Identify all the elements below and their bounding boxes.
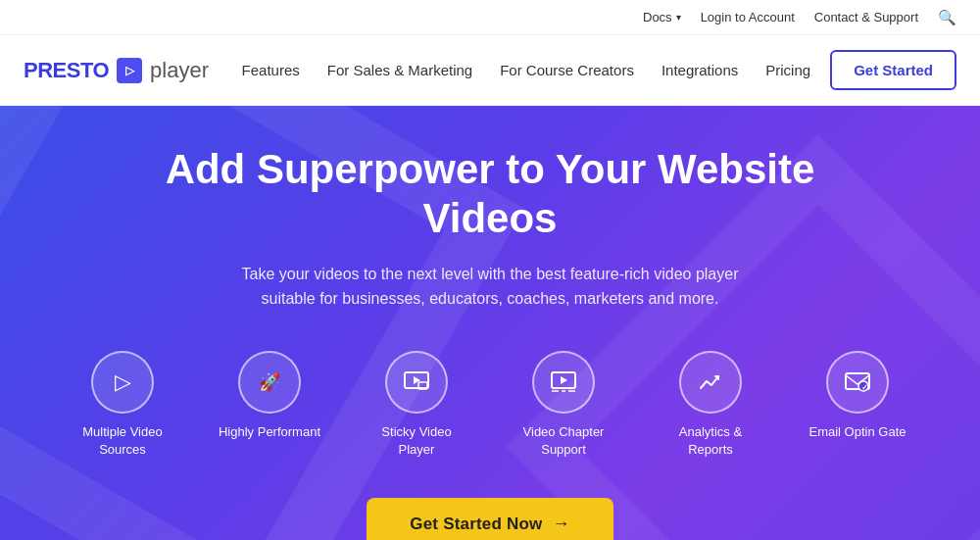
search-icon[interactable]: 🔍 (938, 9, 956, 26)
features-row: ▷ Multiple Video Sources 🚀 Highly Perfor… (69, 351, 911, 459)
cta-arrow-icon: → (553, 514, 570, 534)
feature-analytics-label: Analytics & Reports (657, 423, 764, 459)
logo[interactable]: PRESTO ▷ player (24, 58, 209, 83)
docs-chevron-icon: ▾ (676, 12, 681, 23)
rocket-icon: 🚀 (238, 351, 301, 414)
cta-label: Get Started Now (410, 515, 542, 534)
hero-cta-button[interactable]: Get Started Now → (367, 498, 612, 540)
contact-link[interactable]: Contact & Support (814, 10, 918, 25)
docs-label: Docs (643, 10, 672, 25)
nav-links: Features For Sales & Marketing For Cours… (242, 62, 811, 79)
feature-sticky-player: Sticky Video Player (363, 351, 470, 459)
svg-text:✓: ✓ (861, 383, 868, 392)
nav-features[interactable]: Features (242, 62, 300, 78)
feature-multiple-video: ▷ Multiple Video Sources (69, 351, 176, 459)
nav-sales[interactable]: For Sales & Marketing (327, 62, 472, 78)
hero-subtitle: Take your videos to the next level with … (235, 262, 745, 312)
logo-icon: ▷ (117, 58, 142, 83)
nav-get-started-button[interactable]: Get Started (830, 50, 956, 90)
svg-marker-2 (414, 376, 420, 384)
logo-presto-text: PRESTO (24, 58, 109, 83)
feature-video-chapter: Video Chapter Support (510, 351, 617, 459)
nav-pricing[interactable]: Pricing (765, 62, 810, 78)
feature-multiple-video-label: Multiple Video Sources (69, 423, 176, 459)
chapter-icon (532, 351, 595, 414)
feature-analytics: Analytics & Reports (657, 351, 764, 459)
svg-marker-4 (561, 376, 567, 384)
feature-performant-label: Highly Performant (219, 423, 320, 441)
login-link[interactable]: Login to Account (701, 10, 795, 25)
nav-course-creators[interactable]: For Course Creators (500, 62, 634, 78)
feature-highly-performant: 🚀 Highly Performant (216, 351, 323, 441)
top-bar: Docs ▾ Login to Account Contact & Suppor… (0, 0, 980, 35)
hero-section: Add Superpower to Your Website Videos Ta… (0, 106, 980, 540)
analytics-icon (679, 351, 742, 414)
feature-email-label: Email Optin Gate (809, 423, 906, 441)
feature-email-optin: ✓ Email Optin Gate (804, 351, 911, 441)
hero-title: Add Superpower to Your Website Videos (147, 145, 833, 244)
docs-link[interactable]: Docs ▾ (643, 10, 681, 25)
logo-player-text: player (150, 58, 209, 83)
contact-label: Contact & Support (814, 10, 918, 25)
feature-chapter-label: Video Chapter Support (510, 423, 617, 459)
sticky-video-icon (385, 351, 448, 414)
multiple-video-icon: ▷ (91, 351, 154, 414)
nav-integrations[interactable]: Integrations (662, 62, 738, 78)
login-label: Login to Account (701, 10, 795, 25)
main-nav: PRESTO ▷ player Features For Sales & Mar… (0, 35, 980, 106)
feature-sticky-label: Sticky Video Player (363, 423, 470, 459)
email-icon: ✓ (826, 351, 889, 414)
